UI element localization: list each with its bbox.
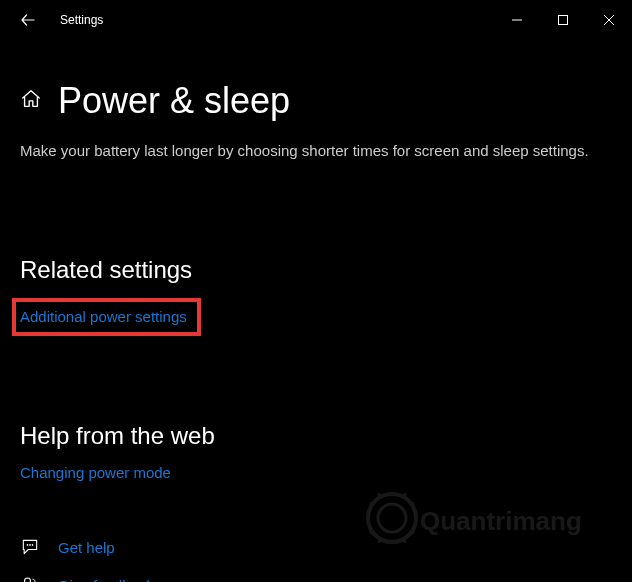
svg-point-5 [29,544,31,546]
home-icon[interactable] [20,88,42,114]
window-controls [494,0,632,40]
help-web-heading: Help from the web [20,422,612,450]
minimize-button[interactable] [494,0,540,40]
minimize-icon [512,15,522,25]
titlebar: Settings [0,0,632,40]
back-button[interactable] [8,0,48,40]
back-arrow-icon [20,12,36,28]
svg-point-4 [27,544,29,546]
window-title: Settings [60,13,103,27]
give-feedback-row[interactable]: Give feedback [20,575,612,582]
maximize-icon [558,15,568,25]
maximize-button[interactable] [540,0,586,40]
chat-icon [20,537,58,557]
page-title: Power & sleep [58,80,290,122]
page-description: Make your battery last longer by choosin… [20,140,612,161]
svg-point-7 [25,578,31,582]
content-area: Power & sleep Make your battery last lon… [0,40,632,582]
close-button[interactable] [586,0,632,40]
additional-power-settings-link[interactable]: Additional power settings [20,308,187,325]
get-help-row[interactable]: Get help [20,537,612,557]
changing-power-mode-link[interactable]: Changing power mode [20,464,171,481]
feedback-icon [20,575,58,582]
give-feedback-label: Give feedback [58,577,154,583]
page-header: Power & sleep [20,80,612,122]
close-icon [604,15,614,25]
related-settings-heading: Related settings [20,256,612,284]
svg-rect-1 [559,16,568,25]
get-help-label: Get help [58,539,115,556]
svg-point-6 [32,544,34,546]
highlight-annotation: Additional power settings [12,298,201,336]
